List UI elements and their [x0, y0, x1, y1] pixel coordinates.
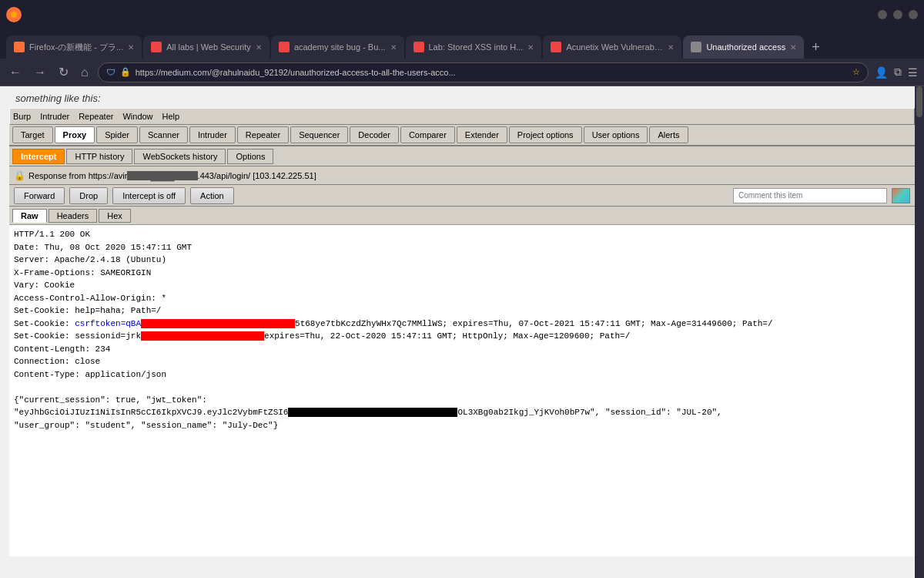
http-line-15: "eyJhbGciOiJIUzI1NiIsInR5cCI6IkpXVCJ9.ey…	[14, 406, 910, 419]
http-line-5: Vary: Cookie	[14, 279, 910, 292]
tab-decoder[interactable]: Decoder	[350, 126, 399, 143]
http-line-6: Access-Control-Allow-Origin: *	[14, 292, 910, 305]
shield-icon: 🛡	[106, 67, 116, 78]
http-line-14: {"current_session": true, "jwt_token":	[14, 394, 910, 407]
tab-unauthorized[interactable]: Unauthorized access ✕	[683, 35, 804, 59]
tab-project-options[interactable]: Project options	[509, 126, 582, 143]
tab-label-6: Unauthorized access	[706, 42, 785, 52]
tab-label-5: Acunetix Web Vulnerabili...	[566, 42, 663, 52]
tab-spider[interactable]: Spider	[96, 126, 138, 143]
view-tabs: Raw Headers Hex	[9, 207, 915, 225]
tab-extender[interactable]: Extender	[457, 126, 507, 143]
back-button[interactable]: ←	[6, 64, 25, 81]
burp-window: Burp Intruder Repeater Window Help Targe…	[9, 108, 915, 578]
http-line-8: Set-Cookie: csrftoken=qBA 5t68ye7tbKczdZ…	[14, 318, 910, 331]
buttons-row: Forward Drop Intercept is off Action	[9, 185, 915, 207]
tab-favicon-4	[413, 42, 424, 52]
response-bar: 🔒 Response from https://avir████.443/api…	[9, 166, 915, 185]
tab-user-options[interactable]: User options	[584, 126, 648, 143]
http-line-12: Content-Type: application/json	[14, 368, 910, 381]
comment-input[interactable]	[733, 188, 887, 203]
tab-sequencer[interactable]: Sequencer	[290, 126, 348, 143]
tab-all-labs[interactable]: All labs | Web Security ✕	[143, 35, 270, 59]
tab-close-6[interactable]: ✕	[790, 43, 796, 52]
scrollbar[interactable]	[915, 86, 924, 578]
nav-right-icons: 👤 ⧉ ☰	[875, 66, 918, 79]
subtab-http-history[interactable]: HTTP history	[66, 149, 132, 164]
maximize-btn[interactable]	[893, 10, 902, 19]
tab-favicon-1	[14, 42, 25, 52]
http-line-3: Server: Apache/2.4.18 (Ubuntu)	[14, 254, 910, 267]
menu-help[interactable]: Help	[162, 112, 180, 121]
tab-close-2[interactable]: ✕	[256, 43, 262, 52]
scrollbar-thumb[interactable]	[916, 86, 922, 117]
tab-acunetix[interactable]: Acunetix Web Vulnerabili... ✕	[543, 35, 681, 59]
http-line-11: Connection: close	[14, 355, 910, 368]
tab-label-3: academy site bug - Bu...	[294, 42, 386, 52]
tab-favicon-2	[151, 42, 162, 52]
svg-point-1	[11, 12, 17, 18]
tab-intruder[interactable]: Intruder	[189, 126, 236, 143]
subtab-intercept[interactable]: Intercept	[12, 149, 65, 164]
response-lock-icon: 🔒	[14, 170, 25, 181]
main-content: something like this: If you observe the …	[0, 86, 915, 578]
action-button[interactable]: Action	[190, 187, 234, 204]
http-line-13	[14, 381, 910, 394]
address-bar[interactable]: 🛡 🔒 https://medium.com/@rahulnaidu_92192…	[98, 62, 869, 82]
burp-menu: Burp Intruder Repeater Window Help	[9, 108, 915, 125]
menu-window[interactable]: Window	[122, 112, 152, 121]
tab-close-4[interactable]: ✕	[527, 43, 534, 52]
bg-article-line1: something like this:	[15, 92, 899, 104]
minimize-btn[interactable]	[878, 10, 887, 19]
refresh-button[interactable]: ↻	[55, 63, 72, 81]
menu-intruder[interactable]: Intruder	[40, 112, 69, 121]
lock-icon: 🔒	[120, 67, 131, 77]
tab-close-3[interactable]: ✕	[390, 43, 397, 52]
tab-favicon-3	[279, 42, 290, 52]
view-tab-raw[interactable]: Raw	[12, 209, 47, 223]
http-line-4: X-Frame-Options: SAMEORIGIN	[14, 267, 910, 280]
subtab-options[interactable]: Options	[227, 149, 273, 164]
home-button[interactable]: ⌂	[78, 64, 92, 81]
burp-toolbar: Target Proxy Spider Scanner Intruder Rep…	[9, 125, 915, 146]
highlight-button[interactable]	[892, 188, 910, 203]
intercept-is-off-button[interactable]: Intercept is off	[112, 187, 186, 204]
extensions-icon[interactable]: ⧉	[894, 66, 902, 79]
tab-academy-bug[interactable]: academy site bug - Bu... ✕	[271, 35, 404, 59]
http-line-2: Date: Thu, 08 Oct 2020 15:47:11 GMT	[14, 241, 910, 254]
tab-close-1[interactable]: ✕	[128, 43, 134, 52]
tab-firefox-new[interactable]: Firefox-の新機能 - プラ... ✕	[6, 35, 142, 59]
close-btn[interactable]	[909, 10, 918, 19]
tab-label-1: Firefox-の新機能 - プラ...	[29, 42, 123, 53]
firefox-icon	[6, 7, 22, 22]
tab-repeater[interactable]: Repeater	[237, 126, 289, 143]
tab-comparer[interactable]: Comparer	[400, 126, 455, 143]
forward-button[interactable]: →	[31, 64, 49, 81]
subtab-websockets[interactable]: WebSockets history	[134, 149, 226, 164]
view-tab-headers[interactable]: Headers	[49, 209, 98, 223]
title-bar-left	[6, 7, 25, 22]
new-tab-button[interactable]: +	[805, 35, 826, 59]
menu-icon[interactable]: ☰	[908, 66, 918, 79]
tab-favicon-6	[691, 42, 701, 52]
view-tab-hex[interactable]: Hex	[99, 209, 131, 223]
menu-repeater[interactable]: Repeater	[79, 112, 113, 121]
url-text: https://medium.com/@rahulnaidu_92192/una…	[136, 68, 848, 77]
browser-chrome: Firefox-の新機能 - プラ... ✕ All labs | Web Se…	[0, 0, 924, 86]
tab-alerts[interactable]: Alerts	[649, 126, 688, 143]
http-line-1: HTTP/1.1 200 OK	[14, 228, 910, 241]
tab-favicon-5	[551, 42, 561, 52]
http-content[interactable]: HTTP/1.1 200 OK Date: Thu, 08 Oct 2020 1…	[9, 225, 915, 556]
bookmark-star-icon[interactable]: ☆	[852, 67, 860, 77]
tab-target[interactable]: Target	[12, 126, 53, 143]
tab-close-5[interactable]: ✕	[668, 43, 674, 52]
menu-burp[interactable]: Burp	[13, 112, 31, 121]
tab-proxy[interactable]: Proxy	[55, 126, 95, 143]
tab-lab-stored-xss[interactable]: Lab: Stored XSS into H... ✕	[406, 35, 542, 59]
response-text: Response from https://avir████.443/api/l…	[28, 171, 316, 180]
drop-button[interactable]: Drop	[69, 187, 108, 204]
nav-bar: ← → ↻ ⌂ 🛡 🔒 https://medium.com/@rahulnai…	[0, 59, 924, 86]
profile-icon[interactable]: 👤	[875, 66, 888, 79]
forward-button[interactable]: Forward	[14, 187, 65, 204]
tab-scanner[interactable]: Scanner	[139, 126, 188, 143]
